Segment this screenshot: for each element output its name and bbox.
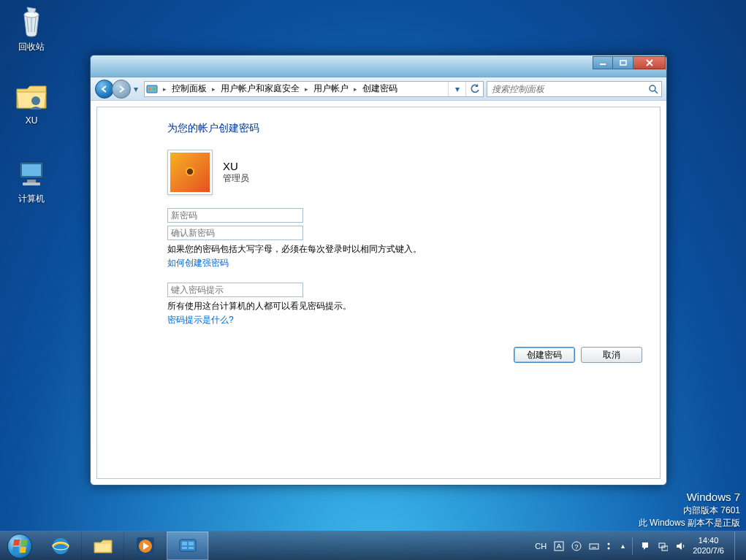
breadcrumb-arrow-icon: ▸ [210, 85, 218, 93]
tray-chevron-icon[interactable]: ▴ [621, 542, 625, 550]
strong-password-link[interactable]: 如何创建强密码 [167, 257, 660, 269]
svg-point-0 [24, 12, 39, 18]
svg-rect-7 [620, 61, 626, 65]
svg-rect-22 [555, 542, 563, 551]
svg-point-1 [31, 96, 40, 105]
tray-help-icon[interactable]: ? [571, 541, 582, 551]
nav-forward-button[interactable] [112, 80, 131, 99]
breadcrumb-arrow-icon: ▸ [351, 85, 359, 93]
breadcrumb-item[interactable]: 用户帐户和家庭安全 [218, 82, 302, 96]
svg-rect-5 [23, 183, 40, 185]
svg-rect-6 [600, 64, 606, 65]
search-bar[interactable] [487, 81, 662, 97]
breadcrumb-item[interactable]: 创建密码 [359, 82, 400, 96]
titlebar[interactable] [91, 55, 666, 77]
svg-rect-20 [182, 547, 187, 549]
start-button[interactable] [0, 532, 39, 561]
content-pane: 为您的帐户创建密码 XU 管理员 如果您的密码包括大写字母，必须在每次登录时以相… [96, 107, 661, 479]
create-password-button[interactable]: 创建密码 [514, 347, 575, 363]
watermark-line: Windows 7 [639, 489, 740, 505]
breadcrumb-arrow-icon: ▸ [302, 85, 311, 93]
desktop-icon-user-folder[interactable]: XU [4, 79, 58, 126]
hint-text: 所有使用这台计算机的人都可以看见密码提示。 [167, 300, 660, 312]
search-icon[interactable] [645, 84, 661, 94]
desktop-icon-label: 回收站 [4, 41, 58, 53]
tray-options-icon[interactable] [606, 541, 614, 551]
action-center-icon[interactable] [640, 541, 650, 551]
refresh-button[interactable] [465, 82, 483, 96]
avatar-image [170, 153, 210, 192]
ime-indicator[interactable]: CH [535, 542, 547, 551]
ie-icon [50, 535, 72, 557]
control-panel-icon [146, 83, 158, 95]
arrow-left-icon [99, 84, 110, 94]
password-hint-field[interactable] [167, 283, 303, 297]
recycle-bin-icon [14, 4, 49, 39]
watermark-line: 内部版本 7601 [639, 505, 740, 517]
breadcrumb-arrow-icon: ▸ [161, 85, 169, 93]
new-password-input[interactable] [168, 209, 302, 222]
breadcrumb-item[interactable]: 控制面板 [169, 82, 210, 96]
maximize-button[interactable] [613, 56, 633, 69]
breadcrumb-item[interactable]: 用户帐户 [311, 82, 351, 96]
desktop-icon-computer[interactable]: 计算机 [4, 156, 58, 205]
svg-rect-3 [22, 164, 41, 176]
show-desktop-button[interactable] [734, 532, 742, 561]
clock-date: 2020/7/6 [693, 546, 724, 556]
taskbar-item-control-panel[interactable] [167, 532, 209, 560]
clock-time: 14:40 [693, 536, 724, 545]
new-password-field[interactable] [167, 208, 303, 223]
cancel-button[interactable]: 取消 [581, 347, 642, 363]
media-player-icon [134, 535, 156, 557]
watermark-line: 此 Windows 副本不是正版 [639, 517, 740, 529]
avatar [167, 150, 213, 195]
search-input[interactable] [487, 84, 645, 94]
close-button[interactable] [633, 56, 666, 69]
page-heading: 为您的帐户创建密码 [167, 122, 660, 135]
desktop-icon-recycle-bin[interactable]: 回收站 [4, 4, 58, 53]
desktop-icon-label: XU [4, 115, 58, 126]
activation-watermark: Windows 7 内部版本 7601 此 Windows 副本不是正版 [639, 489, 740, 529]
what-is-hint-link[interactable]: 密码提示是什么? [167, 314, 660, 326]
explorer-icon [92, 535, 114, 557]
taskbar-item-explorer[interactable] [82, 532, 124, 560]
clock[interactable]: 14:40 2020/7/6 [693, 536, 724, 555]
volume-icon[interactable] [675, 541, 685, 551]
taskbar-item-media-player[interactable] [124, 532, 167, 560]
svg-point-11 [650, 85, 655, 91]
minimize-button[interactable] [593, 56, 613, 69]
svg-point-12 [53, 538, 69, 554]
navbar: ▾ ▸ 控制面板 ▸ 用户帐户和家庭安全 ▸ 用户帐户 ▸ 创建密码 ▾ [91, 77, 666, 101]
hint-text: 如果您的密码包括大写字母，必须在每次登录时以相同方式键入。 [167, 243, 660, 256]
address-bar[interactable]: ▸ 控制面板 ▸ 用户帐户和家庭安全 ▸ 用户帐户 ▸ 创建密码 ▾ [144, 81, 484, 97]
password-hint-input[interactable] [168, 283, 302, 296]
svg-point-9 [148, 88, 151, 91]
computer-icon [14, 156, 49, 191]
ime-mode-icon[interactable] [554, 541, 564, 551]
control-panel-task-icon [177, 535, 199, 557]
folder-icon [14, 79, 49, 114]
svg-point-27 [608, 547, 610, 549]
svg-point-26 [608, 542, 610, 545]
windows-orb-icon [7, 534, 32, 559]
nav-history-dropdown[interactable]: ▾ [131, 80, 141, 99]
desktop-icon-label: 计算机 [4, 193, 58, 205]
svg-rect-14 [96, 544, 110, 551]
confirm-password-field[interactable] [167, 226, 303, 240]
svg-rect-21 [189, 547, 194, 549]
network-icon[interactable] [658, 541, 668, 551]
svg-rect-4 [27, 180, 36, 183]
address-dropdown-button[interactable]: ▾ [448, 82, 465, 96]
tray-keyboard-icon[interactable] [589, 541, 599, 551]
svg-rect-18 [182, 542, 187, 545]
taskbar-item-ie[interactable] [39, 532, 82, 560]
taskbar: CH ? ▴ 14:40 2020/7/6 [0, 531, 746, 560]
arrow-right-icon [116, 84, 126, 94]
svg-text:?: ? [575, 543, 579, 551]
user-name: XU [223, 160, 249, 172]
control-panel-window: ▾ ▸ 控制面板 ▸ 用户帐户和家庭安全 ▸ 用户帐户 ▸ 创建密码 ▾ [90, 55, 667, 486]
confirm-password-input[interactable] [168, 226, 302, 239]
system-tray: CH ? ▴ 14:40 2020/7/6 [528, 532, 746, 560]
refresh-icon [470, 84, 480, 94]
svg-point-10 [153, 88, 156, 91]
